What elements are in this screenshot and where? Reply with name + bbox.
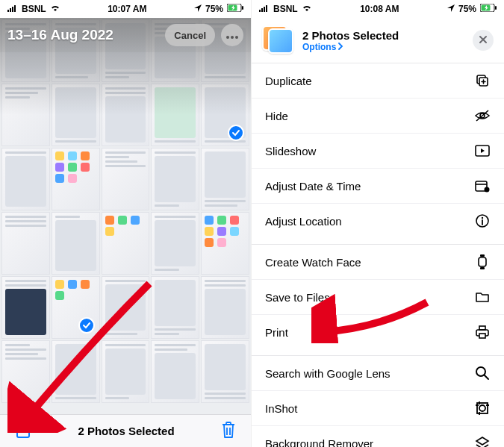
photos-header: 13–16 Aug 2022 Cancel: [0, 18, 251, 52]
svg-rect-6: [242, 6, 243, 10]
chevron-right-icon: [338, 42, 343, 52]
photo-thumb[interactable]: [52, 212, 100, 275]
photo-thumb[interactable]: [52, 84, 100, 146]
action-label: Create Watch Face: [265, 256, 361, 269]
action-list: Duplicate Hide Slideshow: [252, 63, 504, 447]
photo-thumb[interactable]: [1, 212, 50, 275]
selection-preview: [262, 25, 295, 55]
ellipsis-icon: [226, 30, 238, 41]
action-background-remover[interactable]: Background Remover: [252, 426, 504, 447]
action-label: Slideshow: [265, 145, 316, 157]
action-label: Adjust Date & Time: [265, 180, 361, 193]
action-slideshow[interactable]: Slideshow: [252, 134, 504, 169]
svg-rect-26: [479, 257, 486, 266]
left-phone: BSNL 10:07 AM 75% 13–16 Aug 2022 Cancel: [0, 0, 252, 447]
more-button[interactable]: [221, 24, 243, 46]
action-print[interactable]: Print: [252, 315, 504, 349]
signal-icon: [7, 4, 18, 14]
svg-rect-12: [261, 8, 263, 12]
photo-thumb[interactable]: [102, 340, 150, 403]
photo-thumb[interactable]: [52, 276, 100, 339]
play-icon: [474, 143, 491, 159]
wifi-icon: [50, 4, 60, 14]
photo-thumb[interactable]: [201, 340, 249, 403]
svg-rect-1: [10, 8, 11, 12]
action-label: Duplicate: [265, 75, 312, 87]
action-watch-face[interactable]: Create Watch Face: [252, 245, 504, 280]
search-icon: [474, 365, 491, 381]
svg-rect-31: [479, 334, 485, 338]
trash-icon: [221, 430, 236, 441]
photo-thumb[interactable]: [102, 148, 150, 210]
photo-thumb[interactable]: [201, 148, 249, 210]
action-save-files[interactable]: Save to Files: [252, 280, 504, 315]
trash-button[interactable]: [218, 418, 239, 444]
wifi-icon: [302, 4, 312, 14]
photo-thumb[interactable]: [151, 212, 199, 275]
location-icon: [194, 4, 202, 14]
photo-thumb[interactable]: [1, 276, 50, 339]
cancel-button[interactable]: Cancel: [165, 24, 215, 46]
action-label: Save to Files: [265, 291, 330, 304]
action-adjust-location[interactable]: Adjust Location: [252, 204, 504, 238]
svg-rect-13: [264, 7, 265, 12]
svg-rect-27: [480, 254, 485, 257]
svg-rect-0: [7, 10, 9, 12]
clock: 10:08 AM: [360, 4, 399, 14]
printer-icon: [474, 324, 491, 340]
svg-rect-14: [266, 5, 267, 12]
duplicate-icon: [474, 72, 491, 89]
options-button[interactable]: Options: [302, 42, 399, 52]
share-icon: [15, 431, 31, 442]
close-icon: [479, 35, 488, 46]
carrier-label: BSNL: [22, 4, 46, 14]
action-label: Adjust Location: [265, 215, 342, 228]
action-inshot[interactable]: InShot: [252, 391, 504, 426]
photo-grid[interactable]: [0, 18, 251, 414]
right-phone: BSNL 10:08 AM 75%: [252, 0, 504, 447]
action-label: Hide: [265, 110, 288, 122]
photo-thumb[interactable]: [1, 340, 50, 403]
svg-rect-3: [14, 5, 16, 12]
action-adjust-date[interactable]: Adjust Date & Time: [252, 169, 504, 204]
svg-point-23: [485, 187, 490, 193]
share-button[interactable]: [12, 417, 34, 445]
svg-rect-17: [495, 6, 497, 10]
photo-thumb[interactable]: [201, 212, 249, 275]
photo-thumb[interactable]: [201, 84, 249, 146]
action-duplicate[interactable]: Duplicate: [252, 63, 504, 99]
photo-thumb[interactable]: [102, 212, 150, 275]
status-bar: BSNL 10:07 AM 75%: [0, 0, 251, 18]
photo-thumb[interactable]: [151, 84, 199, 146]
photo-thumb[interactable]: [1, 84, 50, 146]
hide-icon: [474, 107, 491, 124]
svg-rect-2: [12, 7, 13, 12]
action-hide[interactable]: Hide: [252, 99, 504, 134]
photo-thumb[interactable]: [52, 340, 100, 403]
battery-label: 75%: [458, 4, 476, 14]
svg-rect-33: [477, 403, 488, 413]
action-label: Print: [265, 326, 288, 339]
inshot-icon: [474, 400, 491, 416]
photo-thumb[interactable]: [52, 148, 100, 210]
action-google-lens[interactable]: Search with Google Lens: [252, 356, 504, 391]
calendar-icon: [474, 178, 491, 194]
sheet-header: 2 Photos Selected Options: [252, 18, 504, 63]
photo-thumb[interactable]: [151, 148, 199, 210]
svg-rect-28: [480, 267, 485, 269]
svg-point-32: [476, 367, 485, 376]
close-button[interactable]: [473, 30, 494, 51]
svg-point-9: [235, 36, 238, 39]
photo-thumb[interactable]: [102, 84, 150, 146]
layers-icon: [474, 435, 491, 447]
photo-thumb[interactable]: [1, 148, 50, 210]
photo-thumb[interactable]: [201, 276, 249, 339]
photo-thumb[interactable]: [151, 276, 199, 339]
photo-thumb[interactable]: [151, 340, 199, 403]
carrier-label: BSNL: [273, 4, 298, 14]
action-label: Background Remover: [265, 437, 373, 448]
selection-check-icon: [228, 125, 244, 141]
folder-icon: [474, 289, 491, 305]
photo-thumb[interactable]: [102, 276, 150, 339]
info-icon: [474, 213, 491, 229]
